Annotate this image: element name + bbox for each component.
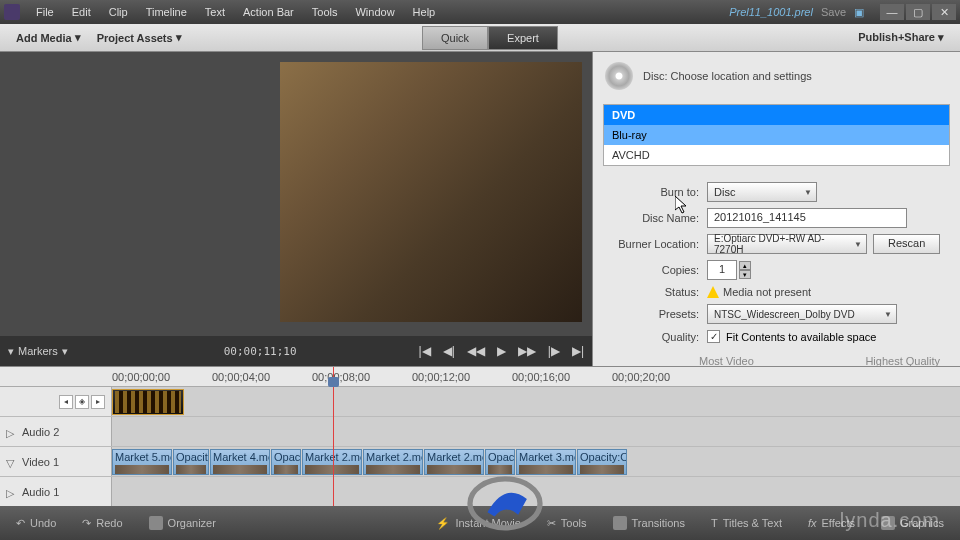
step-fwd-button[interactable]: |▶ [548, 344, 560, 358]
format-avchd[interactable]: AVCHD [604, 145, 949, 165]
burner-location-dropdown[interactable]: E:Optiarc DVD+-RW AD-7270H [707, 234, 867, 254]
minimize-button[interactable]: ― [880, 4, 904, 20]
titles-text-button[interactable]: TTitles & Text [705, 514, 788, 532]
organizer-button[interactable]: Organizer [143, 513, 222, 533]
tab-quick[interactable]: Quick [422, 26, 488, 50]
organizer-icon [149, 516, 163, 530]
play-button[interactable]: ▶ [497, 344, 506, 358]
transport-bar: ▾Markers▾ 00;00;11;10 |◀ ◀| ◀◀ ▶ ▶▶ |▶ ▶… [0, 336, 592, 366]
disc-icon [605, 62, 633, 90]
track-lock-icon[interactable]: ▸ [91, 395, 105, 409]
clip[interactable]: Opacity ▾ [271, 449, 301, 475]
redo-button[interactable]: ↷Redo [76, 514, 128, 533]
copies-label: Copies: [603, 264, 699, 276]
rescan-button[interactable]: Rescan [873, 234, 940, 254]
track-video2: ◂◈▸ [0, 387, 960, 417]
graphics-button[interactable]: Graphics [875, 513, 950, 533]
add-media-button[interactable]: Add Media▾ [8, 27, 89, 48]
project-assets-button[interactable]: Project Assets▾ [89, 27, 190, 48]
close-button[interactable]: ✕ [932, 4, 956, 20]
track-label: Audio 2 [22, 426, 59, 438]
transitions-icon [613, 516, 627, 530]
undo-icon: ↶ [16, 517, 25, 530]
publish-share-button[interactable]: Publish+Share ▾ [850, 27, 952, 48]
menu-file[interactable]: File [28, 3, 62, 21]
bottom-bar: ↶Undo ↷Redo Organizer ⚡Instant Movie ✂To… [0, 506, 960, 540]
burn-to-dropdown[interactable]: Disc [707, 182, 817, 202]
titlebar: File Edit Clip Timeline Text Action Bar … [0, 0, 960, 24]
menu-text[interactable]: Text [197, 3, 233, 21]
collapse-icon[interactable]: ▽ [6, 457, 16, 467]
graphics-icon [881, 516, 895, 530]
tools-button[interactable]: ✂Tools [541, 514, 593, 533]
forward-button[interactable]: ▶▶ [518, 344, 536, 358]
format-bluray[interactable]: Blu-ray [604, 125, 949, 145]
menu-tools[interactable]: Tools [304, 3, 346, 21]
fx-icon: fx [808, 517, 817, 529]
clip[interactable]: Market 2.mov ▾ [424, 449, 484, 475]
presets-label: Presets: [603, 308, 699, 320]
markers-label[interactable]: Markers [18, 345, 58, 357]
menu-actionbar[interactable]: Action Bar [235, 3, 302, 21]
menu-timeline[interactable]: Timeline [138, 3, 195, 21]
menu-clip[interactable]: Clip [101, 3, 136, 21]
clip-title[interactable] [112, 389, 184, 415]
clip[interactable]: Market 3.mov ▾ [516, 449, 576, 475]
step-up-icon[interactable]: ▴ [739, 261, 751, 270]
save-button[interactable]: Save [821, 6, 846, 18]
menubar: File Edit Clip Timeline Text Action Bar … [28, 3, 443, 21]
disc-name-label: Disc Name: [603, 212, 699, 224]
clip[interactable]: Market 4.mov ▾ [210, 449, 270, 475]
undo-button[interactable]: ↶Undo [10, 514, 62, 533]
transitions-button[interactable]: Transitions [607, 513, 691, 533]
format-dvd[interactable]: DVD [604, 105, 949, 125]
expand-icon[interactable]: ▷ [6, 427, 16, 437]
timeline-ruler[interactable]: 00;00;00;00 00;00;04;00 00;00;08;00 00;0… [0, 367, 960, 387]
fit-contents-checkbox[interactable]: ✓ [707, 330, 720, 343]
rewind-button[interactable]: ◀◀ [467, 344, 485, 358]
clip[interactable]: Market 5.mov ▾ [112, 449, 172, 475]
instant-movie-button[interactable]: ⚡Instant Movie [430, 514, 526, 533]
timeline: 00;00;00;00 00;00;04;00 00;00;08;00 00;0… [0, 366, 960, 506]
tab-expert[interactable]: Expert [488, 26, 558, 50]
goto-start-button[interactable]: |◀ [419, 344, 431, 358]
text-icon: T [711, 517, 718, 529]
copies-input[interactable]: 1 [707, 260, 737, 280]
fit-contents-label: Fit Contents to available space [726, 331, 876, 343]
filename-label: Prel11_1001.prel [729, 6, 813, 18]
goto-end-button[interactable]: ▶| [572, 344, 584, 358]
track-label: Video 1 [22, 456, 59, 468]
disc-name-input[interactable]: 20121016_141145 [707, 208, 907, 228]
toolbar: Add Media▾ Project Assets▾ Quick Expert … [0, 24, 960, 52]
menu-help[interactable]: Help [405, 3, 444, 21]
clip[interactable]: Opacity ▾ [485, 449, 515, 475]
menu-window[interactable]: Window [347, 3, 402, 21]
clip[interactable]: Opacity:Opacity ▾ [577, 449, 627, 475]
track-toggle-icon[interactable]: ◂ [59, 395, 73, 409]
effects-button[interactable]: fxEffects [802, 514, 861, 532]
maximize-button[interactable]: ▢ [906, 4, 930, 20]
burner-location-label: Burner Location: [603, 238, 699, 250]
playhead[interactable] [333, 367, 334, 506]
preview-monitor [280, 62, 582, 322]
copies-stepper[interactable]: ▴ ▾ [739, 261, 751, 279]
chevron-down-icon[interactable]: ▾ [8, 345, 14, 358]
chevron-down-icon: ▾ [75, 31, 81, 44]
step-back-button[interactable]: ◀| [443, 344, 455, 358]
expand-icon[interactable]: ▷ [6, 487, 16, 497]
clip[interactable]: Market 2.mov ▾ [302, 449, 362, 475]
quality-label: Quality: [603, 331, 699, 343]
presets-dropdown[interactable]: NTSC_Widescreen_Dolby DVD [707, 304, 897, 324]
menu-edit[interactable]: Edit [64, 3, 99, 21]
status-label: Status: [603, 286, 699, 298]
clip[interactable]: Opacity:Opacity ▾ [173, 449, 209, 475]
fullscreen-icon[interactable]: ▣ [854, 6, 864, 19]
chevron-down-icon[interactable]: ▾ [62, 345, 68, 358]
step-down-icon[interactable]: ▾ [739, 270, 751, 279]
burn-to-label: Burn to: [603, 186, 699, 198]
timecode-display: 00;00;11;10 [224, 345, 297, 358]
app-icon [4, 4, 20, 20]
track-eye-icon[interactable]: ◈ [75, 395, 89, 409]
track-audio2: ▷ Audio 2 [0, 417, 960, 447]
clip[interactable]: Market 2.mov ▾ [363, 449, 423, 475]
